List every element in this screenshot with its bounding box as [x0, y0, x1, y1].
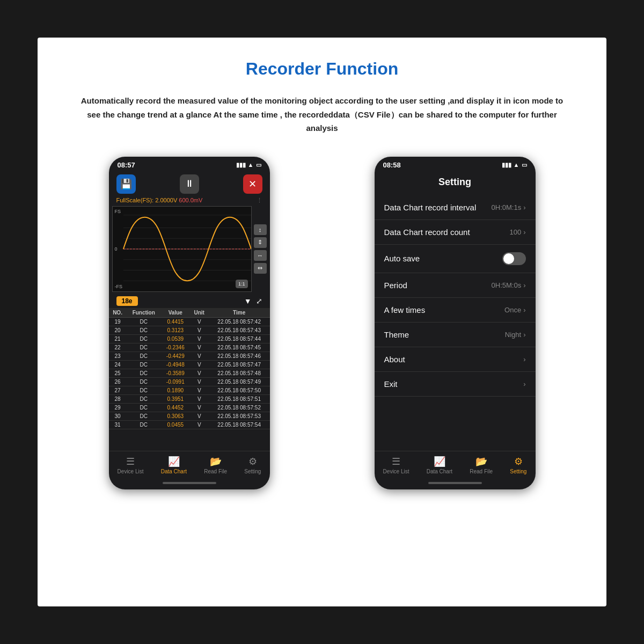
table-cell: DC: [127, 403, 161, 412]
table-cell: DC: [127, 317, 161, 326]
settings-item-data-chart-record-interval[interactable]: Data Chart record interval0H:0M:1s›: [375, 195, 536, 220]
table-cell: 29: [109, 403, 127, 412]
table-cell: 22: [109, 343, 127, 352]
nav-item-data-chart[interactable]: 📈Data Chart: [161, 456, 187, 474]
table-cell: 23: [109, 352, 127, 360]
table-cell: 0.3951: [161, 394, 190, 403]
nav2-icon-0: ☰: [392, 456, 400, 467]
chart-svg: [113, 207, 251, 291]
table-cell: 0.3123: [161, 326, 190, 334]
table-header: NO.: [109, 308, 127, 318]
table-header: Time: [209, 308, 270, 318]
nav-item-device-list[interactable]: ☰Device List: [118, 456, 144, 474]
nav-icon-2: 📂: [210, 456, 222, 467]
nav2-item-data-chart[interactable]: 📈Data Chart: [427, 456, 452, 474]
main-card: Recorder Function Automatically record t…: [38, 38, 606, 606]
nav-item-setting[interactable]: ⚙Setting: [244, 456, 261, 474]
settings-label: Data Chart record interval: [384, 203, 477, 212]
table-header: Value: [161, 308, 190, 318]
channel-label[interactable]: 18e: [116, 296, 138, 306]
channel-icons: ▼ ⤢: [244, 297, 262, 305]
settings-value: 0H:0M:1s›: [492, 203, 526, 211]
auto-save-toggle[interactable]: [502, 252, 526, 265]
value-text: Night: [505, 331, 521, 339]
settings-item-a-few-times[interactable]: A few timesOnce›: [375, 298, 536, 323]
table-row: 19DC0.4415V22.05.18 08:57:42: [109, 317, 270, 326]
table-cell: -0.4429: [161, 352, 190, 360]
time-display-1: 08:57: [118, 161, 135, 169]
table-cell: 22.05.18 08:57:51: [209, 394, 270, 403]
table-cell: V: [190, 360, 209, 369]
table-cell: 20: [109, 326, 127, 334]
table-row: 29DC0.4452V22.05.18 08:57:52: [109, 403, 270, 412]
status-bar-2: 08:58 ▮▮▮ ▲ ▭: [375, 157, 536, 171]
table-cell: V: [190, 369, 209, 377]
page-title: Recorder Function: [64, 59, 580, 79]
table-row: 20DC0.3123V22.05.18 08:57:43: [109, 326, 270, 334]
nav2-label: Data Chart: [427, 469, 452, 474]
table-cell: 22.05.18 08:57:44: [209, 334, 270, 343]
table-cell: -0.0991: [161, 377, 190, 386]
nav-label: Data Chart: [161, 469, 187, 474]
save-button[interactable]: 💾: [116, 174, 136, 194]
table-cell: V: [190, 326, 209, 334]
phone1-nav: ☰Device List📈Data Chart📂Read File⚙Settin…: [109, 451, 270, 477]
zoom-button[interactable]: 1:1: [236, 280, 248, 288]
chevron-right-icon: ›: [523, 331, 525, 339]
nav2-icon-1: 📈: [434, 456, 445, 467]
table-row: 28DC0.3951V22.05.18 08:57:51: [109, 394, 270, 403]
battery-icon: ▭: [256, 162, 261, 169]
chevron-right-icon: ›: [523, 355, 525, 363]
settings-item-data-chart-record-count[interactable]: Data Chart record count100›: [375, 220, 536, 245]
chart-area: FS 0 -FS: [112, 206, 252, 292]
chevron-right-icon: ›: [523, 306, 525, 314]
zoom-in-v[interactable]: ↕: [254, 224, 267, 235]
delete-button[interactable]: ✕: [243, 174, 262, 194]
phone-settings: 08:58 ▮▮▮ ▲ ▭ Setting Data Chart record …: [375, 157, 536, 489]
settings-item-auto-save[interactable]: Auto save: [375, 245, 536, 273]
zoom-h[interactable]: ↔: [254, 250, 267, 261]
table-cell: 24: [109, 360, 127, 369]
settings-value: 0H:5M:0s›: [492, 281, 526, 289]
sub-value: 600.0mV: [179, 197, 202, 203]
settings-label: About: [384, 355, 405, 364]
table-cell: DC: [127, 377, 161, 386]
table-cell: 22.05.18 08:57:43: [209, 326, 270, 334]
nav2-item-device-list[interactable]: ☰Device List: [383, 456, 409, 474]
table-row: 27DC0.1890V22.05.18 08:57:50: [109, 386, 270, 394]
settings-item-period[interactable]: Period0H:5M:0s›: [375, 273, 536, 298]
nav2-item-read-file[interactable]: 📂Read File: [470, 456, 493, 474]
nav2-item-setting[interactable]: ⚙Setting: [510, 456, 526, 474]
table-cell: DC: [127, 326, 161, 334]
table-cell: 27: [109, 386, 127, 394]
table-cell: 22.05.18 08:57:49: [209, 377, 270, 386]
chevron-right-icon: ›: [523, 380, 525, 388]
zoom-h2[interactable]: ⇔: [254, 263, 267, 274]
settings-label: Theme: [384, 330, 409, 339]
table-cell: DC: [127, 369, 161, 377]
table-cell: 25: [109, 369, 127, 377]
settings-list: Data Chart record interval0H:0M:1s›Data …: [375, 195, 536, 451]
settings-item-about[interactable]: About›: [375, 347, 536, 372]
home-indicator-1: [109, 477, 270, 489]
table-cell: 22.05.18 08:57:53: [209, 412, 270, 420]
battery-icon-2: ▭: [522, 162, 527, 169]
table-cell: 0.1890: [161, 386, 190, 394]
table-cell: 0.0539: [161, 334, 190, 343]
settings-item-theme[interactable]: ThemeNight›: [375, 323, 536, 347]
expand-icon[interactable]: ⤢: [256, 297, 262, 305]
status-icons-2: ▮▮▮ ▲ ▭: [502, 162, 527, 169]
zoom-in-v2[interactable]: ⇕: [254, 237, 267, 248]
chevron-right-icon: ›: [523, 228, 525, 236]
pause-button[interactable]: ⏸: [180, 174, 199, 194]
chevron-right-icon: ›: [523, 281, 525, 289]
wifi-icon: ▲: [248, 162, 254, 168]
settings-item-exit[interactable]: Exit›: [375, 372, 536, 397]
table-cell: 22.05.18 08:57:46: [209, 352, 270, 360]
table-cell: V: [190, 412, 209, 420]
table-row: 25DC-0.3589V22.05.18 08:57:48: [109, 369, 270, 377]
nav-item-read-file[interactable]: 📂Read File: [204, 456, 227, 474]
table-cell: 31: [109, 420, 127, 429]
chart-header: FullScale(FS): 2.0000V 600.0mV ⋮: [109, 197, 270, 206]
table-cell: 21: [109, 334, 127, 343]
